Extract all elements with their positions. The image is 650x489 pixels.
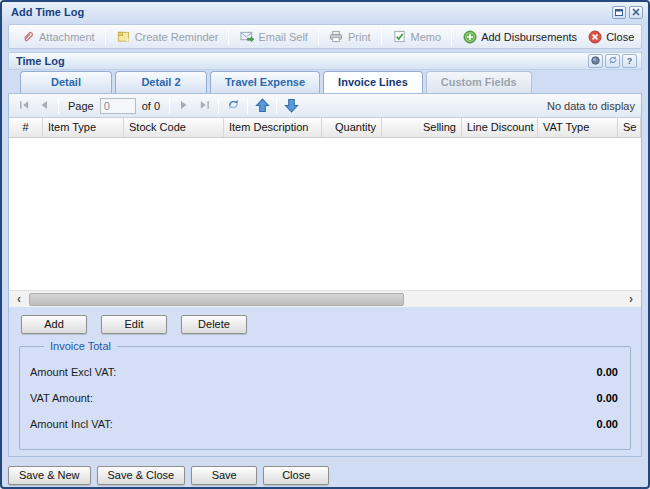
scroll-left-icon[interactable]: ‹	[11, 292, 27, 307]
next-page-icon	[180, 100, 188, 112]
grid-column-headers: # Item Type Stock Code Item Description …	[9, 118, 641, 138]
horizontal-scrollbar[interactable]: ‹ ›	[9, 290, 641, 307]
help-button[interactable]: ?	[622, 54, 637, 68]
scrollbar-thumb[interactable]	[29, 293, 404, 306]
edit-button[interactable]: Edit	[101, 315, 167, 334]
column-header-number[interactable]: #	[9, 118, 43, 137]
pager-separator	[276, 98, 277, 114]
close-icon	[632, 8, 640, 16]
toolbar-close-label: Close	[606, 31, 634, 43]
amount-excl-vat-row: Amount Excl VAT: 0.00	[30, 359, 618, 385]
column-header-vat-type[interactable]: VAT Type	[538, 118, 618, 137]
prev-page-button[interactable]	[35, 97, 53, 115]
email-self-button[interactable]: Email Self	[234, 27, 313, 46]
column-header-item-type[interactable]: Item Type	[43, 118, 124, 137]
page-input[interactable]	[100, 98, 136, 114]
last-page-icon	[199, 100, 210, 112]
tab-invoice-lines[interactable]: Invoice Lines	[323, 71, 423, 93]
section-header: Time Log ?	[8, 52, 642, 70]
grid-refresh-button[interactable]	[224, 97, 242, 115]
page-of-label: of 0	[142, 100, 160, 112]
column-header-selling[interactable]: Selling	[382, 118, 462, 137]
grid-status-text: No data to display	[547, 100, 635, 112]
refresh-button[interactable]	[605, 54, 620, 68]
column-header-line-discount[interactable]: Line Discount	[462, 118, 538, 137]
add-disbursements-label: Add Disbursements	[481, 31, 577, 43]
column-header-quantity[interactable]: Quantity	[322, 118, 382, 137]
delete-button[interactable]: Delete	[181, 315, 247, 334]
save-and-new-button[interactable]: Save & New	[8, 466, 91, 485]
add-disbursements-button[interactable]: Add Disbursements	[457, 27, 582, 46]
add-circle-icon	[462, 29, 477, 44]
printer-icon	[329, 29, 344, 44]
refresh-icon	[227, 98, 240, 113]
maximize-button[interactable]	[612, 6, 626, 19]
paperclip-icon	[20, 29, 35, 44]
prev-page-icon	[40, 100, 48, 112]
add-time-log-window: Add Time Log Attachment Create Reminder	[0, 0, 650, 489]
footer-buttons: Save & New Save & Close Save Close	[8, 466, 642, 485]
attachment-button[interactable]: Attachment	[15, 27, 100, 46]
email-self-label: Email Self	[258, 31, 308, 43]
tab-custom-fields[interactable]: Custom Fields	[426, 71, 532, 93]
close-button[interactable]	[629, 6, 643, 19]
print-button[interactable]: Print	[324, 27, 376, 46]
toolbar: Attachment Create Reminder Email Self Pr…	[8, 24, 642, 49]
row-action-buttons: Add Edit Delete	[21, 315, 641, 334]
email-icon	[239, 29, 254, 44]
toolbar-separator	[105, 29, 106, 45]
vat-amount-label: VAT Amount:	[30, 392, 93, 404]
tab-detail-2[interactable]: Detail 2	[115, 71, 207, 93]
gear-button[interactable]	[588, 54, 603, 68]
toolbar-separator	[381, 29, 382, 45]
scroll-right-icon[interactable]: ›	[623, 292, 639, 307]
amount-incl-vat-row: Amount Incl VAT: 0.00	[30, 411, 618, 437]
tab-detail[interactable]: Detail	[20, 71, 112, 93]
pager-separator	[58, 98, 59, 114]
note-icon	[116, 29, 131, 44]
refresh-icon	[608, 55, 618, 67]
help-icon: ?	[627, 56, 633, 66]
pager-separator	[247, 98, 248, 114]
footer-close-button[interactable]: Close	[263, 466, 329, 485]
pager-separator	[218, 98, 219, 114]
pager-bar: Page of 0 No data to display	[9, 94, 641, 118]
tab-travel-expense[interactable]: Travel Expense	[210, 71, 320, 93]
move-down-button[interactable]	[282, 97, 300, 115]
invoice-lines-panel: Page of 0 No data to display	[8, 93, 642, 457]
window-title: Add Time Log	[11, 6, 609, 18]
toolbar-separator	[228, 29, 229, 45]
add-button[interactable]: Add	[21, 315, 87, 334]
amount-incl-vat-label: Amount Incl VAT:	[30, 418, 113, 430]
amount-incl-vat-value: 0.00	[597, 418, 618, 430]
scrollbar-track[interactable]	[27, 293, 623, 306]
amount-excl-vat-value: 0.00	[597, 366, 618, 378]
save-button[interactable]: Save	[191, 466, 257, 485]
attachment-label: Attachment	[39, 31, 95, 43]
create-reminder-button[interactable]: Create Reminder	[111, 27, 224, 46]
column-header-truncated[interactable]: Se	[618, 118, 641, 137]
invoice-total-legend: Invoice Total	[44, 340, 117, 352]
amount-excl-vat-label: Amount Excl VAT:	[30, 366, 116, 378]
column-header-stock-code[interactable]: Stock Code	[124, 118, 224, 137]
memo-label: Memo	[411, 31, 442, 43]
toolbar-close-button[interactable]: Close	[582, 27, 639, 46]
toolbar-separator	[318, 29, 319, 45]
move-up-icon	[255, 98, 270, 113]
tab-strip: Detail Detail 2 Travel Expense Invoice L…	[8, 71, 642, 93]
memo-button[interactable]: Memo	[387, 27, 447, 46]
grid-body-empty	[9, 138, 641, 290]
create-reminder-label: Create Reminder	[135, 31, 219, 43]
pager-separator	[169, 98, 170, 114]
save-and-close-button[interactable]: Save & Close	[97, 466, 186, 485]
section-title: Time Log	[16, 55, 586, 67]
column-header-item-description[interactable]: Item Description	[224, 118, 322, 137]
next-page-button[interactable]	[175, 97, 193, 115]
titlebar: Add Time Log	[2, 2, 648, 22]
last-page-button[interactable]	[195, 97, 213, 115]
first-page-button[interactable]	[15, 97, 33, 115]
close-circle-icon	[587, 29, 602, 44]
move-up-button[interactable]	[253, 97, 271, 115]
gear-icon	[591, 56, 600, 67]
move-down-icon	[284, 98, 299, 113]
